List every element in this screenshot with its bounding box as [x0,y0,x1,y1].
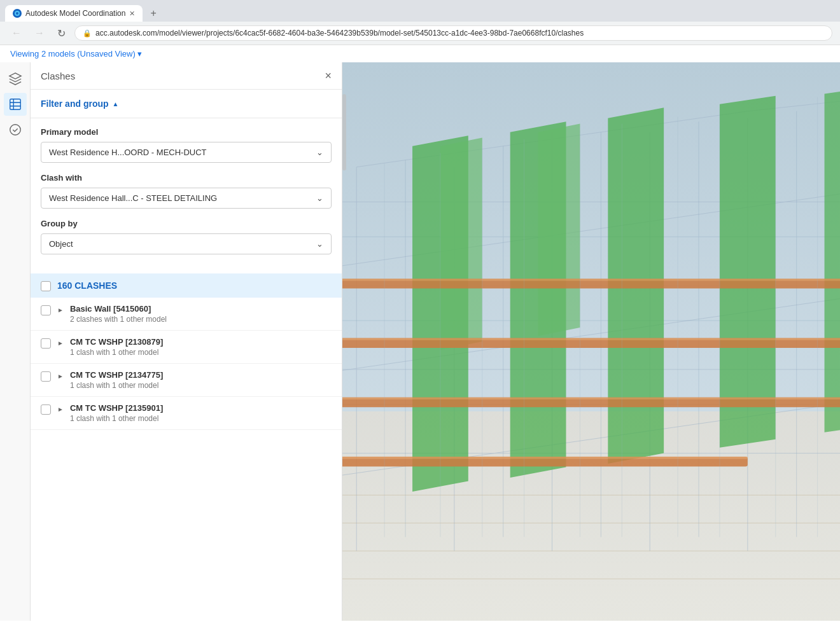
clash-expand-1[interactable]: ► [57,340,64,347]
clash-name-3: CM TC WSHP [2135901] [70,403,332,413]
group-by-select[interactable]: Object ⌄ [41,233,332,254]
new-tab-button[interactable]: + [145,6,161,20]
address-bar: ← → ↻ 🔒 acc.autodesk.com/model/viewer/pr… [0,22,840,45]
clash-items-container: ► Basic Wall [5415060] 2 clashes with 1 … [31,298,342,430]
panel-header: Clashes × [31,62,342,90]
cube-icon[interactable] [4,67,27,90]
primary-model-label: Primary model [41,127,332,137]
form-section: Primary model West Residence H...OORD - … [31,118,342,273]
viewer-area[interactable] [342,62,840,621]
forward-button[interactable]: → [31,26,48,40]
clash-with-arrow: ⌄ [316,193,323,203]
tab-favicon [13,9,22,18]
clash-row[interactable]: ► Basic Wall [5415060] 2 clashes with 1 … [31,298,342,331]
svg-rect-2 [10,99,20,110]
main-layout: Clashes × Filter and group ▲ Primary mod… [0,62,840,621]
clash-name-2: CM TC WSHP [2134775] [70,370,332,380]
clashes-count-label: 160 CLASHES [57,280,117,291]
primary-model-arrow: ⌄ [316,148,323,157]
filter-group-label-text: Filter and group [41,99,109,109]
clash-info-0: Basic Wall [5415060] 2 clashes with 1 ot… [70,304,332,324]
clash-row[interactable]: ► CM TC WSHP [2134775] 1 clash with 1 ot… [31,364,342,397]
tab-bar: Autodesk Model Coordination ✕ + [0,0,840,22]
tab-close-button[interactable]: ✕ [129,10,135,18]
url-text: acc.autodesk.com/model/viewer/projects/6… [95,29,584,38]
clash-detail-1: 1 clash with 1 other model [70,348,332,357]
svg-marker-36 [825,86,840,432]
primary-model-value: West Residence H...OORD - MECH-DUCT [49,148,207,157]
clashes-list: 160 CLASHES ► Basic Wall [5415060] 2 cla… [31,273,342,621]
svg-rect-44 [342,338,840,340]
clash-with-select[interactable]: West Residence Hall...C - STEEL DETAILIN… [41,188,332,209]
lock-icon: 🔒 [83,29,92,38]
svg-marker-38 [538,124,580,336]
clash-expand-3[interactable]: ► [57,406,64,413]
clash-checkbox-0[interactable] [41,305,51,315]
svg-point-3 [10,125,20,135]
group-by-value: Object [49,239,73,249]
clash-row[interactable]: ► CM TC WSHP [2130879] 1 clash with 1 ot… [31,331,342,364]
clash-checkbox-2[interactable] [41,371,51,382]
panel-title: Clashes [41,71,75,81]
clash-info-3: CM TC WSHP [2135901] 1 clash with 1 othe… [70,403,332,423]
clash-detail-0: 2 clashes with 1 other model [70,315,332,324]
back-button[interactable]: ← [8,26,25,40]
clash-row[interactable]: ► CM TC WSHP [2135901] 1 clash with 1 ot… [31,397,342,430]
clash-with-label: Clash with [41,173,332,183]
active-tab[interactable]: Autodesk Model Coordination ✕ [5,5,143,22]
svg-rect-45 [342,398,840,399]
clash-expand-0[interactable]: ► [57,307,64,314]
svg-point-1 [16,12,18,15]
checkmark-icon[interactable] [4,118,27,141]
browser-chrome: Autodesk Model Coordination ✕ + ← → ↻ 🔒 … [0,0,840,45]
reload-button[interactable]: ↻ [53,26,69,41]
group-by-arrow: ⌄ [316,239,323,249]
viewing-models-text[interactable]: Viewing 2 models (Unsaved View) ▾ [10,49,142,59]
layers-icon[interactable] [4,93,27,116]
svg-rect-43 [342,279,840,280]
clash-detail-2: 1 clash with 1 other model [70,381,332,390]
url-box[interactable]: 🔒 acc.autodesk.com/model/viewer/projects… [74,25,832,41]
filter-group-arrow: ▲ [113,100,119,107]
side-panel: Clashes × Filter and group ▲ Primary mod… [31,62,342,621]
clash-checkbox-1[interactable] [41,338,51,349]
clash-with-value: West Residence Hall...C - STEEL DETAILIN… [49,193,217,203]
left-toolbar [0,62,31,621]
clash-checkbox-3[interactable] [41,404,51,415]
clash-info-1: CM TC WSHP [2130879] 1 clash with 1 othe… [70,337,332,357]
all-clashes-checkbox[interactable] [41,281,51,291]
group-by-label: Group by [41,219,332,228]
clashes-header-row[interactable]: 160 CLASHES [31,273,342,298]
app-header: Viewing 2 models (Unsaved View) ▾ [0,45,840,62]
filter-group-toggle[interactable]: Filter and group ▲ [41,99,332,109]
clash-expand-2[interactable]: ► [57,373,64,380]
panel-close-button[interactable]: × [325,70,332,81]
svg-marker-37 [440,138,482,350]
tab-title: Autodesk Model Coordination [25,9,125,18]
clash-info-2: CM TC WSHP [2134775] 1 clash with 1 othe… [70,370,332,390]
clash-name-0: Basic Wall [5415060] [70,304,332,314]
svg-marker-35 [720,96,776,448]
scroll-indicator [342,94,346,170]
viewer-canvas [342,62,840,621]
svg-rect-46 [342,457,748,459]
clash-name-1: CM TC WSHP [2130879] [70,337,332,347]
primary-model-select[interactable]: West Residence H...OORD - MECH-DUCT ⌄ [41,142,332,163]
filter-group-section: Filter and group ▲ [31,90,342,118]
clash-detail-3: 1 clash with 1 other model [70,414,332,423]
